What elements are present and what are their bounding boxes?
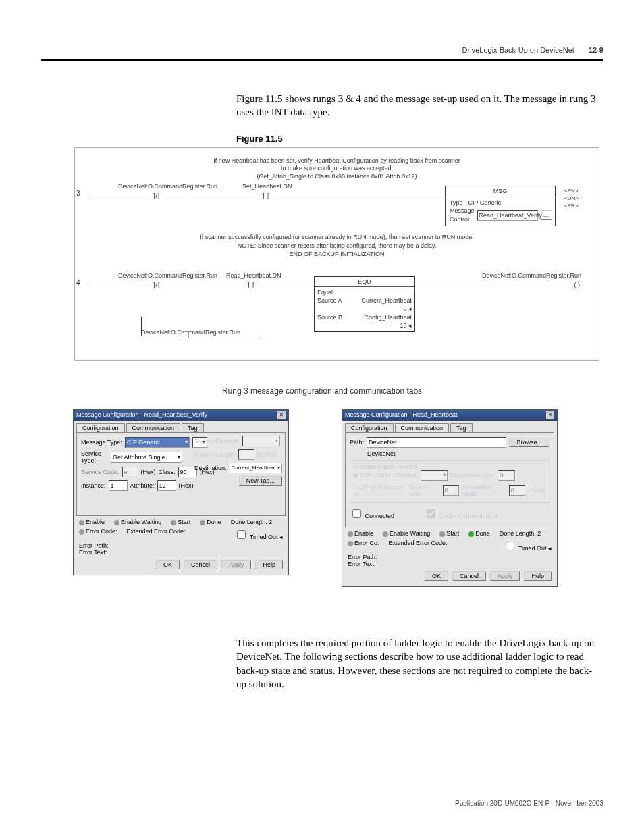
new-tag-button[interactable]: New Tag... xyxy=(239,476,282,486)
msg-control-label: Message Control xyxy=(450,207,475,224)
destination-select[interactable]: Current_Heartbeat xyxy=(230,463,282,473)
tab-configuration[interactable]: Configuration xyxy=(345,423,394,432)
tab-configuration[interactable]: Configuration xyxy=(76,423,125,432)
ok-button[interactable]: OK xyxy=(156,560,180,569)
close-icon[interactable]: × xyxy=(277,411,286,419)
enable-dot xyxy=(348,531,353,537)
attribute-input[interactable]: 12 xyxy=(157,480,176,491)
cancel-button[interactable]: Cancel xyxy=(184,560,217,569)
equ-block: EQU Equal Source A Current_Heartbeat 0 ◂… xyxy=(314,276,415,332)
rung4-comment-l1: If scanner successfully configured (or s… xyxy=(75,233,599,242)
message-config-right-dialog: Message Configuration - Read_Heartbeat ×… xyxy=(342,409,558,587)
r-error-path-label: Error Path: xyxy=(348,554,552,561)
start-dot xyxy=(171,520,176,525)
scroll-handle[interactable]: ▯ xyxy=(599,188,599,199)
right-tabs: Configuration Communication Tag xyxy=(345,423,554,432)
source-element-label: Source Element: xyxy=(194,438,240,444)
intro-paragraph: Figure 11.5 shows rungs 3 & 4 and the me… xyxy=(236,92,597,150)
enable-dot xyxy=(79,520,84,525)
page-header: DriveLogix Back-Up on DeviceNet 12-9 xyxy=(462,46,603,54)
ext-error-code-label: Extended Error Code: xyxy=(127,528,186,541)
path-sub-label: DeviceNet xyxy=(367,450,396,457)
msg-type-select[interactable]: CIP Generic xyxy=(125,437,190,448)
left-dialog-buttons: OK Cancel Apply Help xyxy=(79,560,283,569)
tab-tag[interactable]: Tag xyxy=(182,423,204,432)
attribute-label: Attribute: xyxy=(130,482,155,489)
source-link-label: Source Link: xyxy=(409,484,440,497)
enable-waiting-label: Enable Waiting xyxy=(121,519,161,525)
browse-button[interactable]: Browse... xyxy=(509,438,549,447)
enable-waiting-dot xyxy=(383,531,388,537)
dest-link-label: Destination Link: xyxy=(450,472,495,479)
cancel-button[interactable]: Cancel xyxy=(452,571,486,581)
r-error-co-label: Error Co: xyxy=(354,540,379,546)
apply-button: Apply xyxy=(221,560,252,569)
tab-communication[interactable]: Communication xyxy=(395,423,450,432)
equ-srcb: Config_Heartbeat xyxy=(364,313,412,321)
dest-link-input: 0 xyxy=(498,470,515,481)
rung3-nc-contact: ]/[ xyxy=(152,192,162,199)
rung4-comment: If scanner successfully configured (or s… xyxy=(75,233,599,259)
rung4-branch: DeviceNet:O.CommandRegister.Run ] [ xyxy=(141,317,263,337)
connected-label: Connected xyxy=(365,513,395,519)
channel-label: Channel: xyxy=(394,472,418,479)
left-panel: Message Type: CIP Generic Service Type: … xyxy=(76,432,286,516)
tab-tag[interactable]: Tag xyxy=(450,423,473,432)
msg-control-value: Read_Heartbeat_Verify xyxy=(477,210,538,221)
rung3-comment-l1: If new Heartbeat has been set, verify He… xyxy=(75,157,599,165)
instance-input[interactable]: 1 xyxy=(109,480,128,491)
rung3-comment-l3: (Get_Attrib_Single to Class 0x90 Instanc… xyxy=(75,173,599,180)
r-done-label: Done xyxy=(475,530,490,537)
cache-checkbox xyxy=(427,509,435,518)
right-titlebar[interactable]: Message Configuration - Read_Heartbeat × xyxy=(342,410,557,421)
rung3-msg-block: MSG Type - CIP Generic Message Control R… xyxy=(445,186,556,226)
rung4-dn-tag: Read_Heartbeat.DN xyxy=(226,272,281,279)
left-status-row2: Error Code: Extended Error Code: Timed O… xyxy=(79,528,283,541)
rung3-number: 3 xyxy=(76,190,80,197)
msg-edges: <EN><DN><ER> xyxy=(564,187,579,210)
rung3-contact-tag: DeviceNet:O.CommandRegister.Run xyxy=(118,183,217,190)
service-code-input: e xyxy=(122,467,138,477)
connected-checkbox[interactable] xyxy=(352,509,361,518)
r-timed-out-label: Timed Out xyxy=(518,545,547,552)
octal-label: (Octal) xyxy=(528,487,546,494)
scroll-up-icon[interactable]: ▲ xyxy=(599,148,599,159)
close-icon[interactable]: × xyxy=(546,411,554,419)
enable-waiting-dot xyxy=(114,520,119,525)
left-titlebar[interactable]: Message Configuration - Read_Heartbeat_V… xyxy=(74,410,288,421)
bytes-label: (Bytes) xyxy=(257,451,277,458)
timed-out-checkbox[interactable] xyxy=(237,530,246,539)
rung4-contact-tag: DeviceNet:O.CommandRegister.Run xyxy=(118,272,217,279)
tab-communication[interactable]: Communication xyxy=(126,423,181,432)
r-enable-waiting-label: Enable Waiting xyxy=(390,530,430,537)
msg-type-line: Type - CIP Generic xyxy=(450,199,551,207)
destination-label: Destination: xyxy=(194,465,227,471)
equ-srca-label: Source A xyxy=(317,296,342,305)
done-dot xyxy=(468,531,474,537)
rung-3: 3 DeviceNet:O.CommandRegister.Run ]/[ Se… xyxy=(91,190,583,222)
help-button[interactable]: Help xyxy=(255,560,283,569)
ok-button[interactable]: OK xyxy=(425,571,448,581)
right-dialog-buttons: OK Cancel Apply Help xyxy=(348,571,552,581)
r-error-text-label: Error Text: xyxy=(348,561,552,567)
service-type-select[interactable]: Get Attribute Single xyxy=(111,452,182,463)
help-button[interactable]: Help xyxy=(524,571,552,581)
start-label: Start xyxy=(178,519,190,525)
cache-label: Cache Connections xyxy=(439,513,493,519)
page-number: 12-9 xyxy=(589,46,603,54)
start-dot xyxy=(439,531,445,537)
done-label: Done xyxy=(207,519,221,525)
rung4-coil-tag: DeviceNet:O.CommandRegister.Run xyxy=(482,272,581,279)
dest-node-label: Destination Node: xyxy=(462,484,506,497)
hex1: (Hex) xyxy=(141,469,156,475)
msg-ellipsis-button[interactable]: … xyxy=(541,210,552,220)
timed-out-checkbox[interactable] xyxy=(506,542,514,550)
path-input[interactable]: DeviceNet xyxy=(367,437,506,448)
error-dot xyxy=(348,541,353,546)
equ-srcb-label: Source B xyxy=(317,313,342,321)
channel-select xyxy=(421,470,448,481)
figure-caption: Rung 3 message configuration and communi… xyxy=(0,386,644,396)
header-title: DriveLogix Back-Up on DeviceNet xyxy=(462,46,574,54)
branch-contact: ] [ xyxy=(182,332,192,338)
error-code-label: Error Code: xyxy=(86,528,117,535)
